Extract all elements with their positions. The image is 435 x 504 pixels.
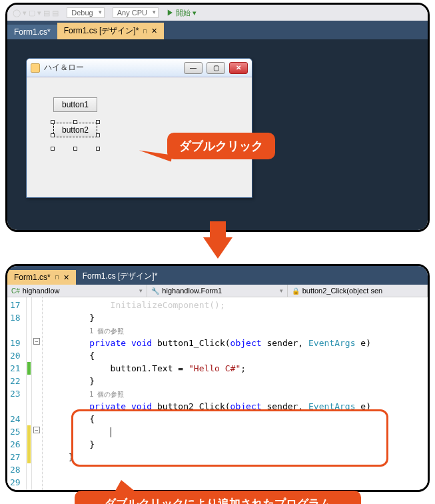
resize-handle[interactable]	[73, 120, 77, 124]
line-numbers: 1718 19 202122 23 2425 26272829	[7, 297, 27, 490]
resize-handle[interactable]	[96, 133, 100, 137]
pin-icon[interactable]: ⊓	[55, 274, 59, 281]
code-content[interactable]: InitializeComponent(); } 1 個の参照 private …	[43, 297, 428, 490]
method-dropdown[interactable]: 🔒button2_Click(object sen	[288, 285, 428, 297]
toolbar-icons: ◯ ▾ ▢ ▾ ▤ ▤	[13, 9, 59, 17]
tab-form1cs-design-inactive[interactable]: Form1.cs [デザイン]*	[76, 268, 165, 285]
maximize-icon: ▢	[207, 62, 225, 74]
close-window-icon: ✕	[229, 62, 248, 74]
run-button[interactable]: ▶ 開始 ▾	[167, 8, 197, 18]
form-title-text: ハイ＆ロー	[44, 62, 180, 73]
resize-handle[interactable]	[96, 147, 100, 151]
close-icon[interactable]: ✕	[151, 27, 157, 35]
fold-toggle[interactable]: −	[33, 427, 40, 433]
resize-handle[interactable]	[73, 147, 77, 151]
fold-toggle[interactable]: −	[33, 338, 40, 345]
toolbar: ◯ ▾ ▢ ▾ ▤ ▤ Debug Any CPU ▶ 開始 ▾	[7, 5, 428, 21]
resize-handle[interactable]	[51, 147, 55, 151]
callout-added-program: ダブルクリックにより追加されたプログラム	[75, 491, 361, 504]
button1-control[interactable]: button1	[53, 97, 97, 112]
resize-handle[interactable]	[51, 120, 55, 124]
navigation-bar: C#highandlow▾ 🔧highandlow.Form1▾ 🔒button…	[7, 285, 428, 297]
pin-icon[interactable]: ⊓	[143, 28, 147, 35]
tab-form1cs-design[interactable]: Form1.cs [デザイン]* ⊓ ✕	[57, 23, 165, 39]
resize-handle[interactable]	[51, 133, 55, 137]
form-icon	[31, 63, 40, 73]
namespace-dropdown[interactable]: C#highandlow▾	[7, 285, 147, 297]
minimize-icon: —	[184, 62, 203, 74]
tab-form1cs-code[interactable]: Form1.cs*	[7, 25, 57, 39]
document-tabs: Form1.cs* Form1.cs [デザイン]* ⊓ ✕	[7, 21, 428, 39]
button2-control[interactable]: button2	[53, 123, 97, 137]
callout-doubleclick: ダブルクリック	[167, 133, 275, 159]
fold-gutter: − −	[32, 297, 43, 490]
tab-form1cs-code-active[interactable]: Form1.cs* ⊓ ✕	[7, 270, 76, 285]
config-dropdown[interactable]: Debug	[67, 7, 104, 18]
document-tabs-bottom: Form1.cs* ⊓ ✕ Form1.cs [デザイン]*	[7, 266, 428, 285]
code-editor[interactable]: 1718 19 202122 23 2425 26272829 − − Init…	[7, 297, 428, 490]
class-dropdown[interactable]: 🔧highandlow.Form1▾	[147, 285, 287, 297]
platform-dropdown[interactable]: Any CPU	[113, 7, 159, 18]
arrow-down-icon	[203, 237, 232, 259]
resize-handle[interactable]	[96, 120, 100, 124]
change-marker	[27, 297, 32, 490]
close-icon[interactable]: ✕	[63, 273, 69, 282]
form-preview: ハイ＆ロー — ▢ ✕ button1 button2	[26, 58, 252, 198]
form-titlebar: ハイ＆ロー — ▢ ✕	[27, 59, 252, 77]
